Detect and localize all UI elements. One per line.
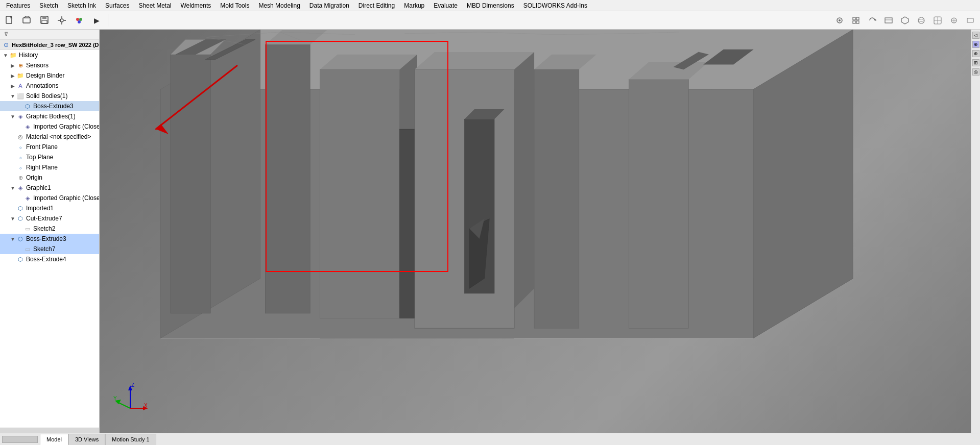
menu-data-migration[interactable]: Data Migration	[305, 1, 353, 10]
toolbar-new-btn[interactable]	[2, 13, 17, 28]
toolbar-view-btn-1[interactable]	[832, 13, 847, 28]
tree-item-boss-extrude4[interactable]: ▶ ⬡ Boss-Extrude4	[0, 254, 99, 264]
toolbar-display-btn-1[interactable]	[897, 13, 913, 28]
status-tab-motion[interactable]: Motion Study 1	[105, 434, 156, 445]
expander-boss-extrude3-main[interactable]: ▼	[9, 235, 16, 242]
tree-item-graphic1[interactable]: ▼ ◈ Graphic1	[0, 183, 99, 193]
menu-solidworks-addins[interactable]: SOLIDWORKS Add-Ins	[519, 1, 591, 10]
right-btn-5[interactable]: ◎	[972, 68, 979, 76]
toolbar-display-btn-4[interactable]	[946, 13, 962, 28]
status-tab-model[interactable]: Model	[40, 434, 68, 445]
label-history: History	[19, 52, 38, 59]
tree-item-annotations[interactable]: ▶ A Annotations	[0, 81, 99, 91]
menu-mbd-dimensions[interactable]: MBD Dimensions	[463, 1, 518, 10]
filter-icon: ⊽	[2, 31, 10, 39]
right-btn-2[interactable]: ⊕	[972, 41, 979, 48]
tree-root-item[interactable]: ⊙ HexBitHolder_3 row_SW 2022 (Default	[0, 40, 99, 50]
right-btn-1[interactable]: ◁	[972, 32, 979, 39]
toolbar-display-btn-5[interactable]	[963, 13, 978, 28]
tree-item-sensors[interactable]: ▶ ⊕ Sensors	[0, 60, 99, 70]
svg-rect-30	[967, 18, 973, 22]
tree-item-imported-graphic-1[interactable]: ▶ ◈ Imported Graphic (Closed) -1	[0, 121, 99, 132]
menu-surfaces[interactable]: Surfaces	[101, 1, 133, 10]
icon-sketch7: ▭	[23, 245, 32, 253]
icon-sensors: ⊕	[16, 61, 25, 69]
svg-rect-20	[885, 18, 892, 23]
toolbar-display-btn-3[interactable]	[930, 13, 945, 28]
toolbar-view-btn-2[interactable]	[848, 13, 864, 28]
toolbar-display-btn-2[interactable]	[914, 13, 929, 28]
icon-top-plane: ⬦	[16, 153, 25, 161]
label-design-binder: Design Binder	[26, 72, 64, 79]
tree-item-history[interactable]: ▼ 📁 History	[0, 50, 99, 60]
tree-item-imported1[interactable]: ▶ ⬡ Imported1	[0, 203, 99, 213]
tree-item-boss-extrude3-sub[interactable]: ▶ ⬡ Boss-Extrude3	[0, 101, 99, 111]
tree-item-top-plane[interactable]: ▶ ⬦ Top Plane	[0, 152, 99, 162]
tree-item-solid-bodies[interactable]: ▼ ⬜ Solid Bodies(1)	[0, 91, 99, 101]
label-sensors: Sensors	[26, 62, 49, 69]
folder-icon-history: 📁	[9, 51, 17, 59]
tree-item-design-binder[interactable]: ▶ 📁 Design Binder	[0, 70, 99, 81]
viewport-3d-model	[100, 30, 971, 433]
menu-sketch-ink[interactable]: Sketch Ink	[63, 1, 100, 10]
svg-rect-41	[320, 69, 400, 318]
toolbar-rotate-btn[interactable]	[865, 13, 880, 28]
feature-tree-panel: ⊽ ⊙ HexBitHolder_3 row_SW 2022 (Default …	[0, 30, 100, 433]
menu-weldments[interactable]: Weldments	[176, 1, 215, 10]
tree-item-graphic-bodies[interactable]: ▼ ◈ Graphic Bodies(1)	[0, 111, 99, 121]
toolbar-move-btn[interactable]	[54, 13, 69, 28]
expander-design-binder[interactable]: ▶	[9, 72, 16, 79]
icon-boss-extrude3-main: ⬡	[16, 235, 25, 243]
svg-rect-1	[23, 18, 30, 23]
tree-item-right-plane[interactable]: ▶ ⬦ Right Plane	[0, 162, 99, 172]
tree-scrollbar-h[interactable]	[0, 428, 99, 433]
svg-rect-54	[629, 80, 688, 329]
menu-sheet-metal[interactable]: Sheet Metal	[134, 1, 175, 10]
tree-item-boss-extrude3-main[interactable]: ▼ ⬡ Boss-Extrude3	[0, 234, 99, 244]
expander-annotations[interactable]: ▶	[9, 82, 16, 89]
expander-cut-extrude7[interactable]: ▼	[9, 215, 16, 222]
menu-markup[interactable]: Markup	[400, 1, 428, 10]
toolbar-open-btn[interactable]	[19, 13, 35, 28]
tree-item-front-plane[interactable]: ▶ ⬦ Front Plane	[0, 142, 99, 152]
tree-item-material[interactable]: ▶ ◎ Material <not specified>	[0, 132, 99, 142]
svg-rect-4	[42, 20, 47, 23]
menu-sketch[interactable]: Sketch	[35, 1, 62, 10]
label-boss-extrude3-main: Boss-Extrude3	[26, 235, 66, 242]
menu-features[interactable]: Features	[2, 1, 34, 10]
svg-text:X: X	[144, 403, 148, 408]
label-solid-bodies: Solid Bodies(1)	[26, 92, 67, 100]
tree-item-origin[interactable]: ▶ ⊕ Origin	[0, 172, 99, 183]
toolbar-save-btn[interactable]	[37, 13, 52, 28]
expander-graphic1[interactable]: ▼	[9, 184, 16, 191]
expander-solid-bodies[interactable]: ▼	[9, 92, 16, 100]
menu-mesh-modeling[interactable]: Mesh Modeling	[254, 1, 304, 10]
toolbar-color-btn[interactable]	[71, 13, 87, 28]
right-side-panel: ◁ ⊕ ⊕ ⊞ ◎	[971, 30, 980, 433]
expander-graphic-bodies[interactable]: ▼	[9, 113, 16, 120]
tree-item-sketch7[interactable]: ▶ ▭ Sketch7	[0, 244, 99, 254]
tree-filter-row[interactable]: ⊽	[0, 30, 99, 40]
tree-item-cut-extrude7[interactable]: ▼ ⬡ Cut-Extrude7	[0, 213, 99, 224]
toolbar-expand-btn[interactable]: ▶	[89, 13, 104, 28]
icon-boss-extrude3-sub: ⬡	[23, 102, 32, 110]
viewport[interactable]: Z X Y	[100, 30, 971, 433]
status-tab-3dviews[interactable]: 3D Views	[68, 434, 105, 445]
main-layout: ⊽ ⊙ HexBitHolder_3 row_SW 2022 (Default …	[0, 30, 980, 433]
svg-rect-39	[265, 44, 310, 313]
menu-evaluate[interactable]: Evaluate	[429, 1, 462, 10]
icon-imported-graphic-1: ◈	[23, 122, 32, 131]
expander-sensors[interactable]: ▶	[9, 62, 16, 69]
label-front-plane: Front Plane	[26, 143, 58, 151]
svg-rect-15	[853, 17, 855, 20]
tree-item-imported-graphic-2[interactable]: ▶ ◈ Imported Graphic (Closed) -1	[0, 193, 99, 203]
icon-material: ◎	[16, 133, 25, 141]
toolbar-zoom-btn[interactable]	[881, 13, 896, 28]
right-btn-3[interactable]: ⊕	[972, 50, 979, 57]
svg-marker-22	[901, 17, 909, 24]
expander-history[interactable]: ▼	[2, 52, 9, 59]
menu-mold-tools[interactable]: Mold Tools	[216, 1, 253, 10]
tree-item-sketch2[interactable]: ▶ ▭ Sketch2	[0, 224, 99, 234]
right-btn-4[interactable]: ⊞	[972, 59, 979, 66]
menu-direct-editing[interactable]: Direct Editing	[354, 1, 399, 10]
